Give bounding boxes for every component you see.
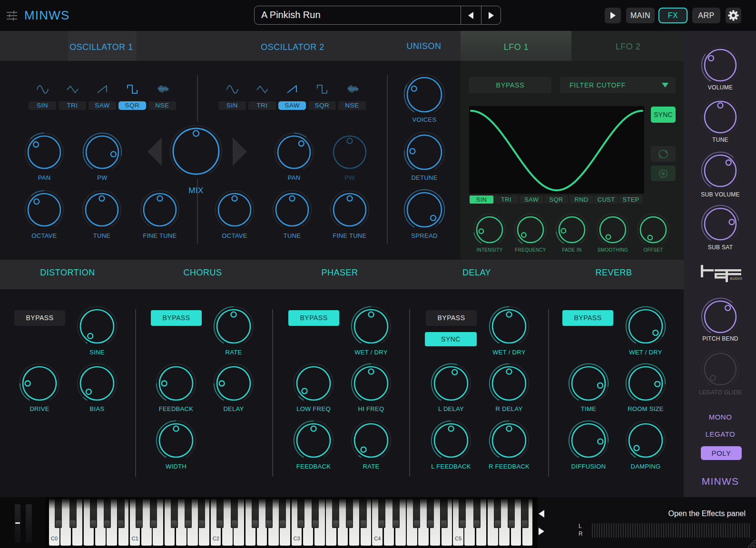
svg-text:AUDIO: AUDIO — [730, 276, 742, 281]
